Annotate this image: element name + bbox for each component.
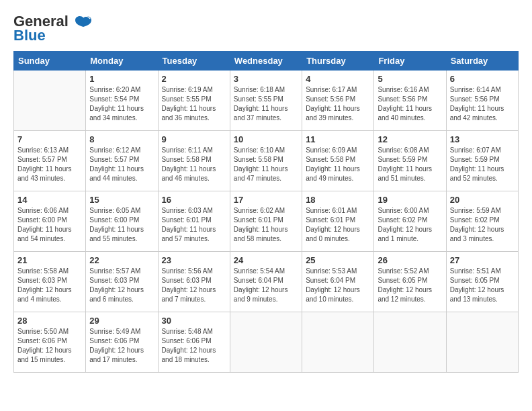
calendar-cell bbox=[230, 312, 302, 373]
day-number: 24 bbox=[234, 255, 298, 265]
day-info: Sunrise: 6:18 AMSunset: 5:55 PMDaylight:… bbox=[234, 85, 298, 123]
day-number: 4 bbox=[306, 74, 370, 84]
weekday-header-row: SundayMondayTuesdayWednesdayThursdayFrid… bbox=[14, 52, 519, 71]
day-number: 22 bbox=[89, 255, 154, 265]
day-info: Sunrise: 6:03 AMSunset: 6:01 PMDaylight:… bbox=[162, 206, 226, 244]
week-row-4: 21Sunrise: 5:58 AMSunset: 6:03 PMDayligh… bbox=[14, 252, 519, 312]
calendar-cell: 25Sunrise: 5:53 AMSunset: 6:04 PMDayligh… bbox=[302, 252, 374, 312]
calendar-cell: 26Sunrise: 5:52 AMSunset: 6:05 PMDayligh… bbox=[374, 252, 446, 312]
day-info: Sunrise: 6:19 AMSunset: 5:55 PMDaylight:… bbox=[162, 85, 226, 123]
day-number: 28 bbox=[17, 316, 82, 326]
calendar-cell: 6Sunrise: 6:14 AMSunset: 5:56 PMDaylight… bbox=[446, 71, 518, 131]
calendar-cell: 23Sunrise: 5:56 AMSunset: 6:03 PMDayligh… bbox=[158, 252, 230, 312]
calendar-cell bbox=[14, 71, 86, 131]
logo-bird-icon bbox=[74, 15, 93, 30]
day-info: Sunrise: 6:00 AMSunset: 6:02 PMDaylight:… bbox=[378, 206, 442, 244]
calendar-cell: 21Sunrise: 5:58 AMSunset: 6:03 PMDayligh… bbox=[14, 252, 86, 312]
logo-blue-text: Blue bbox=[13, 27, 46, 44]
weekday-header-wednesday: Wednesday bbox=[230, 52, 302, 71]
calendar-cell: 17Sunrise: 6:02 AMSunset: 6:01 PMDayligh… bbox=[230, 191, 302, 252]
calendar-cell: 12Sunrise: 6:08 AMSunset: 5:59 PMDayligh… bbox=[374, 131, 446, 191]
calendar-cell: 11Sunrise: 6:09 AMSunset: 5:58 PMDayligh… bbox=[302, 131, 374, 191]
calendar-cell: 29Sunrise: 5:49 AMSunset: 6:06 PMDayligh… bbox=[86, 312, 158, 373]
day-number: 5 bbox=[378, 74, 442, 84]
week-row-1: 1Sunrise: 6:20 AMSunset: 5:54 PMDaylight… bbox=[14, 71, 519, 131]
weekday-header-sunday: Sunday bbox=[14, 52, 86, 71]
calendar-cell: 22Sunrise: 5:57 AMSunset: 6:03 PMDayligh… bbox=[86, 252, 158, 312]
day-number: 10 bbox=[234, 134, 298, 144]
day-number: 11 bbox=[306, 134, 370, 144]
day-number: 9 bbox=[162, 134, 226, 144]
day-info: Sunrise: 6:05 AMSunset: 6:00 PMDaylight:… bbox=[89, 206, 154, 244]
day-info: Sunrise: 6:07 AMSunset: 5:59 PMDaylight:… bbox=[450, 146, 515, 183]
calendar-cell: 5Sunrise: 6:16 AMSunset: 5:56 PMDaylight… bbox=[374, 71, 446, 131]
day-info: Sunrise: 5:56 AMSunset: 6:03 PMDaylight:… bbox=[162, 267, 226, 304]
day-info: Sunrise: 6:06 AMSunset: 6:00 PMDaylight:… bbox=[17, 206, 82, 244]
day-info: Sunrise: 6:16 AMSunset: 5:56 PMDaylight:… bbox=[378, 85, 442, 123]
calendar-cell: 7Sunrise: 6:13 AMSunset: 5:57 PMDaylight… bbox=[14, 131, 86, 191]
calendar-cell: 30Sunrise: 5:48 AMSunset: 6:06 PMDayligh… bbox=[158, 312, 230, 373]
day-number: 30 bbox=[162, 316, 226, 326]
weekday-header-tuesday: Tuesday bbox=[158, 52, 230, 71]
calendar-cell: 4Sunrise: 6:17 AMSunset: 5:56 PMDaylight… bbox=[302, 71, 374, 131]
calendar-cell: 24Sunrise: 5:54 AMSunset: 6:04 PMDayligh… bbox=[230, 252, 302, 312]
day-info: Sunrise: 5:48 AMSunset: 6:06 PMDaylight:… bbox=[162, 327, 226, 365]
day-number: 1 bbox=[89, 74, 154, 84]
day-info: Sunrise: 5:54 AMSunset: 6:04 PMDaylight:… bbox=[234, 267, 298, 304]
calendar-cell: 2Sunrise: 6:19 AMSunset: 5:55 PMDaylight… bbox=[158, 71, 230, 131]
day-number: 19 bbox=[378, 195, 442, 205]
day-info: Sunrise: 6:08 AMSunset: 5:59 PMDaylight:… bbox=[378, 146, 442, 183]
day-info: Sunrise: 5:50 AMSunset: 6:06 PMDaylight:… bbox=[17, 327, 82, 365]
day-number: 12 bbox=[378, 134, 442, 144]
weekday-header-saturday: Saturday bbox=[446, 52, 518, 71]
day-info: Sunrise: 6:13 AMSunset: 5:57 PMDaylight:… bbox=[17, 146, 82, 183]
calendar-cell: 8Sunrise: 6:12 AMSunset: 5:57 PMDaylight… bbox=[86, 131, 158, 191]
day-number: 25 bbox=[306, 255, 370, 265]
weekday-header-friday: Friday bbox=[374, 52, 446, 71]
day-number: 21 bbox=[17, 255, 82, 265]
day-number: 6 bbox=[450, 74, 515, 84]
calendar-table: SundayMondayTuesdayWednesdayThursdayFrid… bbox=[13, 51, 519, 373]
day-info: Sunrise: 6:10 AMSunset: 5:58 PMDaylight:… bbox=[234, 146, 298, 183]
calendar-cell: 9Sunrise: 6:11 AMSunset: 5:58 PMDaylight… bbox=[158, 131, 230, 191]
day-number: 3 bbox=[234, 74, 298, 84]
day-info: Sunrise: 6:12 AMSunset: 5:57 PMDaylight:… bbox=[89, 146, 154, 183]
day-number: 7 bbox=[17, 134, 82, 144]
calendar-cell bbox=[374, 312, 446, 373]
calendar-cell: 15Sunrise: 6:05 AMSunset: 6:00 PMDayligh… bbox=[86, 191, 158, 252]
day-number: 26 bbox=[378, 255, 442, 265]
weekday-header-thursday: Thursday bbox=[302, 52, 374, 71]
day-number: 18 bbox=[306, 195, 370, 205]
day-number: 16 bbox=[162, 195, 226, 205]
page-header: General Blue bbox=[13, 13, 519, 44]
weekday-header-monday: Monday bbox=[86, 52, 158, 71]
day-number: 8 bbox=[89, 134, 154, 144]
calendar-cell bbox=[302, 312, 374, 373]
calendar-cell: 28Sunrise: 5:50 AMSunset: 6:06 PMDayligh… bbox=[14, 312, 86, 373]
day-info: Sunrise: 5:57 AMSunset: 6:03 PMDaylight:… bbox=[89, 267, 154, 304]
day-info: Sunrise: 6:02 AMSunset: 6:01 PMDaylight:… bbox=[234, 206, 298, 244]
day-info: Sunrise: 6:11 AMSunset: 5:58 PMDaylight:… bbox=[162, 146, 226, 183]
week-row-3: 14Sunrise: 6:06 AMSunset: 6:00 PMDayligh… bbox=[14, 191, 519, 252]
calendar-cell bbox=[446, 312, 518, 373]
day-number: 23 bbox=[162, 255, 226, 265]
day-info: Sunrise: 5:58 AMSunset: 6:03 PMDaylight:… bbox=[17, 267, 82, 304]
calendar-cell: 27Sunrise: 5:51 AMSunset: 6:05 PMDayligh… bbox=[446, 252, 518, 312]
logo: General Blue bbox=[13, 13, 93, 44]
day-info: Sunrise: 6:20 AMSunset: 5:54 PMDaylight:… bbox=[89, 85, 154, 123]
calendar-cell: 19Sunrise: 6:00 AMSunset: 6:02 PMDayligh… bbox=[374, 191, 446, 252]
calendar-cell: 18Sunrise: 6:01 AMSunset: 6:01 PMDayligh… bbox=[302, 191, 374, 252]
day-info: Sunrise: 5:59 AMSunset: 6:02 PMDaylight:… bbox=[450, 206, 515, 244]
day-info: Sunrise: 6:17 AMSunset: 5:56 PMDaylight:… bbox=[306, 85, 370, 123]
day-number: 29 bbox=[89, 316, 154, 326]
calendar-cell: 10Sunrise: 6:10 AMSunset: 5:58 PMDayligh… bbox=[230, 131, 302, 191]
day-info: Sunrise: 5:51 AMSunset: 6:05 PMDaylight:… bbox=[450, 267, 515, 304]
day-info: Sunrise: 5:52 AMSunset: 6:05 PMDaylight:… bbox=[378, 267, 442, 304]
day-info: Sunrise: 5:49 AMSunset: 6:06 PMDaylight:… bbox=[89, 327, 154, 365]
day-number: 15 bbox=[89, 195, 154, 205]
day-number: 27 bbox=[450, 255, 515, 265]
calendar-cell: 16Sunrise: 6:03 AMSunset: 6:01 PMDayligh… bbox=[158, 191, 230, 252]
calendar-cell: 13Sunrise: 6:07 AMSunset: 5:59 PMDayligh… bbox=[446, 131, 518, 191]
week-row-2: 7Sunrise: 6:13 AMSunset: 5:57 PMDaylight… bbox=[14, 131, 519, 191]
day-number: 13 bbox=[450, 134, 515, 144]
